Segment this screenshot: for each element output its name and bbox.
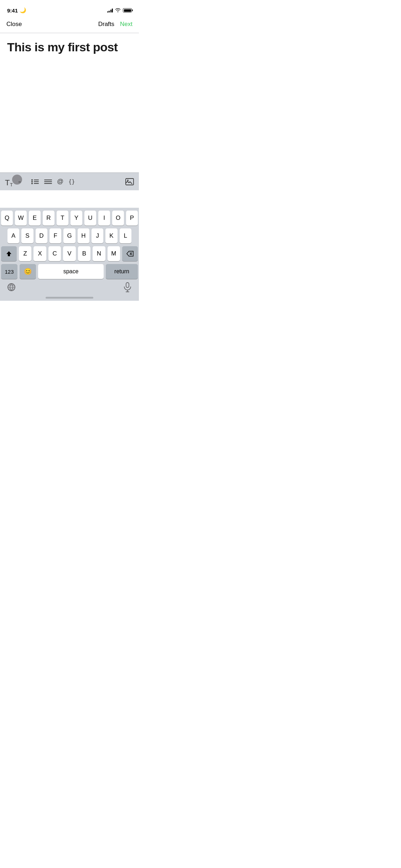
moon-icon: 🌙	[20, 7, 26, 14]
image-button[interactable]	[125, 178, 134, 185]
key-z[interactable]: Z	[19, 246, 31, 261]
key-h[interactable]: H	[78, 228, 89, 243]
svg-rect-8	[44, 183, 52, 184]
mic-icon	[123, 282, 132, 292]
editor-area[interactable]: This is my first post	[0, 33, 139, 104]
mention-button[interactable]: @	[57, 178, 63, 185]
key-m[interactable]: M	[108, 246, 120, 261]
num-key[interactable]: 123	[1, 264, 17, 279]
status-bar: 9:41 🌙	[0, 0, 139, 16]
key-u[interactable]: U	[84, 211, 96, 226]
list-icon	[31, 179, 39, 185]
svg-point-0	[31, 179, 33, 181]
svg-rect-5	[34, 183, 39, 184]
format-t-big: T	[5, 178, 10, 187]
keyboard-rows: Q W E R T Y U I O P A S D F G H J K L	[0, 208, 139, 280]
status-icons	[107, 8, 132, 13]
key-row-2: A S D F G H J K L	[1, 228, 138, 243]
key-row-1: Q W E R T Y U I O P	[1, 211, 138, 226]
svg-point-4	[31, 183, 33, 184]
time-label: 9:41	[7, 7, 18, 14]
code-icon: {}	[68, 179, 75, 185]
shift-key[interactable]	[1, 246, 17, 261]
toolbar-left: T T " @	[5, 176, 75, 187]
space-key[interactable]: space	[38, 264, 104, 279]
globe-icon	[7, 283, 16, 291]
close-button[interactable]: Close	[6, 21, 22, 28]
code-button[interactable]: {}	[68, 179, 75, 185]
quote-mark: "	[19, 180, 21, 187]
key-s[interactable]: S	[21, 228, 33, 243]
shift-icon	[6, 250, 12, 257]
next-button[interactable]: Next	[120, 21, 132, 28]
svg-rect-1	[34, 180, 39, 180]
emoji-key[interactable]: 😊	[20, 264, 36, 279]
key-r[interactable]: R	[43, 211, 54, 226]
globe-button[interactable]	[7, 283, 16, 294]
key-v[interactable]: V	[63, 246, 75, 261]
key-g[interactable]: G	[63, 228, 75, 243]
separator-button[interactable]	[44, 179, 52, 185]
svg-rect-7	[44, 181, 52, 182]
backspace-icon	[126, 251, 134, 257]
key-row-3: Z X C V B N M	[1, 246, 138, 261]
svg-point-2	[31, 181, 33, 182]
status-time: 9:41 🌙	[7, 7, 26, 14]
key-d[interactable]: D	[36, 228, 47, 243]
key-a[interactable]: A	[7, 228, 19, 243]
close-label: Close	[6, 21, 22, 28]
key-e[interactable]: E	[29, 211, 41, 226]
key-y[interactable]: Y	[71, 211, 82, 226]
key-k[interactable]: K	[105, 228, 117, 243]
at-icon: @	[57, 178, 63, 185]
drafts-label: Drafts	[98, 21, 114, 27]
nav-right: Drafts Next	[98, 21, 132, 28]
post-title: This is my first post	[7, 40, 132, 54]
svg-rect-6	[44, 180, 52, 180]
wifi-icon	[115, 8, 121, 13]
svg-rect-12	[126, 283, 129, 288]
key-t[interactable]: T	[57, 211, 68, 226]
key-b[interactable]: B	[78, 246, 90, 261]
key-i[interactable]: I	[98, 211, 110, 226]
format-t-small: T	[10, 182, 13, 187]
key-j[interactable]: J	[92, 228, 103, 243]
key-n[interactable]: N	[93, 246, 105, 261]
image-icon	[125, 178, 134, 185]
next-label: Next	[120, 21, 132, 27]
svg-rect-3	[34, 181, 39, 182]
svg-point-10	[127, 180, 129, 181]
home-indicator	[0, 297, 139, 301]
battery-icon	[123, 8, 132, 12]
key-f[interactable]: F	[50, 228, 61, 243]
keyboard[interactable]: Q W E R T Y U I O P A S D F G H J K L	[0, 208, 139, 301]
key-row-4: 123 😊 space return	[1, 264, 138, 279]
return-key[interactable]: return	[106, 264, 138, 279]
key-x[interactable]: X	[33, 246, 46, 261]
key-w[interactable]: W	[15, 211, 27, 226]
backspace-key[interactable]	[122, 246, 138, 261]
keyboard-bottom-row	[0, 280, 139, 297]
separator-icon	[44, 179, 52, 185]
mic-button[interactable]	[123, 282, 132, 294]
key-o[interactable]: O	[112, 211, 124, 226]
drafts-button[interactable]: Drafts	[98, 21, 114, 28]
formatting-toolbar: T T " @	[0, 172, 139, 190]
key-q[interactable]: Q	[1, 211, 13, 226]
nav-bar: Close Drafts Next	[0, 16, 139, 33]
key-p[interactable]: P	[126, 211, 138, 226]
home-bar	[46, 297, 93, 299]
signal-bars-icon	[107, 8, 113, 12]
key-c[interactable]: C	[48, 246, 61, 261]
text-format-button[interactable]: T T "	[5, 176, 26, 187]
key-l[interactable]: L	[120, 228, 131, 243]
list-button[interactable]	[31, 179, 39, 185]
